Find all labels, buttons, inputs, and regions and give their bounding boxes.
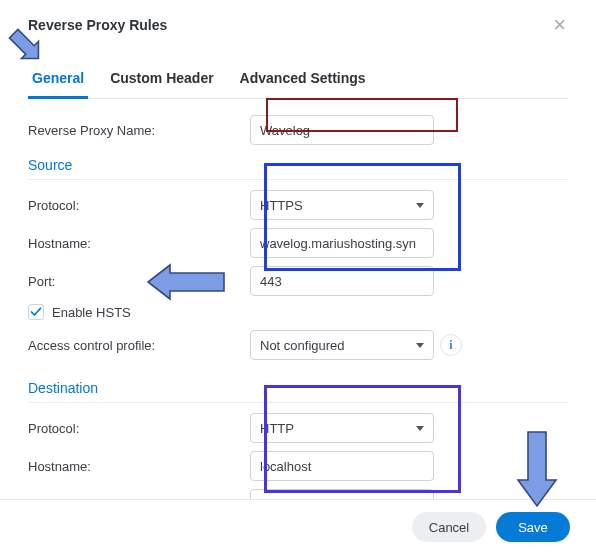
save-button[interactable]: Save — [496, 512, 570, 542]
tab-general[interactable]: General — [28, 62, 88, 99]
src-hostname-input[interactable] — [250, 228, 434, 258]
chevron-down-icon — [416, 426, 424, 431]
section-source: Source — [28, 151, 568, 175]
cancel-button[interactable]: Cancel — [412, 512, 486, 542]
info-icon[interactable]: i — [440, 334, 462, 356]
acp-select[interactable]: Not configured — [250, 330, 434, 360]
label-dst-hostname: Hostname: — [28, 459, 250, 474]
tabs: General Custom Header Advanced Settings — [28, 62, 568, 99]
dst-protocol-select[interactable]: HTTP — [250, 413, 434, 443]
label-hsts: Enable HSTS — [52, 305, 131, 320]
tab-advanced-settings[interactable]: Advanced Settings — [236, 62, 370, 99]
close-icon[interactable]: × — [551, 14, 568, 36]
proxy-name-input[interactable] — [250, 115, 434, 145]
label-src-protocol: Protocol: — [28, 198, 250, 213]
label-proxy-name: Reverse Proxy Name: — [28, 123, 250, 138]
tab-custom-header[interactable]: Custom Header — [106, 62, 217, 99]
label-src-port: Port: — [28, 274, 250, 289]
chevron-down-icon — [416, 203, 424, 208]
divider — [28, 179, 568, 180]
section-destination: Destination — [28, 374, 568, 398]
enable-hsts-checkbox[interactable] — [28, 304, 44, 320]
acp-value: Not configured — [260, 338, 345, 353]
dst-hostname-input[interactable] — [250, 451, 434, 481]
chevron-down-icon — [416, 343, 424, 348]
divider — [28, 402, 568, 403]
label-acp: Access control profile: — [28, 338, 250, 353]
src-protocol-value: HTTPS — [260, 198, 303, 213]
check-icon — [30, 306, 42, 318]
window-title: Reverse Proxy Rules — [28, 17, 167, 33]
label-src-hostname: Hostname: — [28, 236, 250, 251]
footer: Cancel Save — [0, 499, 596, 554]
src-protocol-select[interactable]: HTTPS — [250, 190, 434, 220]
label-dst-protocol: Protocol: — [28, 421, 250, 436]
src-port-input[interactable] — [250, 266, 434, 296]
dst-protocol-value: HTTP — [260, 421, 294, 436]
